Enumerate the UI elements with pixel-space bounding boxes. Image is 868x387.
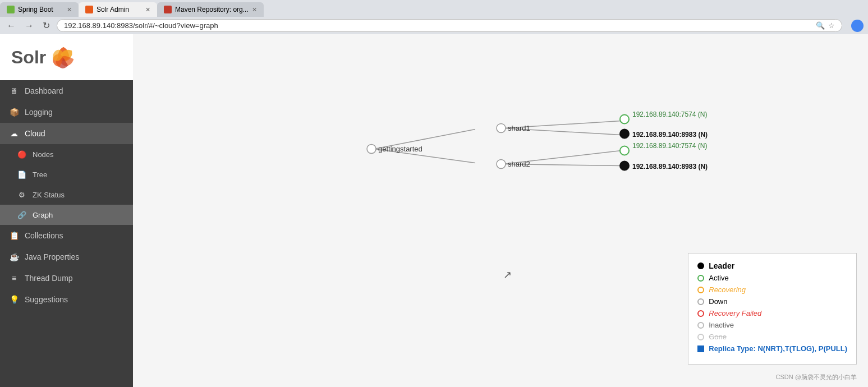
svg-point-7	[497, 124, 506, 133]
legend-active-dot	[697, 275, 704, 282]
sidebar-label-zk: ZK Status	[33, 191, 65, 199]
tab-maven[interactable]: Maven Repository: org... ✕	[157, 2, 264, 17]
sidebar-label-suggestions: Suggestions	[25, 295, 68, 304]
main-content: gettingstarted shard1 shard2 192.168.89.…	[133, 34, 868, 387]
tab-solr-label: Solr Admin	[97, 6, 129, 13]
sidebar-item-tree[interactable]: 📄 Tree	[0, 164, 133, 185]
tab-spring-boot[interactable]: Spring Boot ✕	[0, 2, 79, 17]
legend-recovering-dot	[697, 287, 704, 293]
legend-recovery-failed: Recovery Failed	[697, 309, 847, 317]
sidebar-item-logging[interactable]: 📦 Logging	[0, 102, 133, 123]
shard1-leader-label: 192.168.89.140:8983 (N)	[632, 131, 708, 139]
sidebar-item-collections[interactable]: 📋 Collections	[0, 225, 133, 246]
legend-down-dot	[697, 298, 704, 305]
sidebar-label-thread: Thread Dump	[25, 274, 73, 283]
url-bar[interactable]: 192.168.89.140:8983/solr/#/~cloud?view=g…	[57, 19, 842, 32]
search-icon[interactable]: 🔍	[816, 21, 825, 30]
legend-inactive: Inactive	[697, 321, 847, 329]
legend-replica-square	[697, 345, 704, 352]
url-text: 192.168.89.140:8983/solr/#/~cloud?view=g…	[64, 21, 218, 30]
legend-inactive-label: Inactive	[709, 321, 734, 329]
shard2-leader-label: 192.168.89.140:8983 (N)	[632, 163, 708, 171]
bookmark-icon[interactable]: ☆	[828, 21, 835, 30]
sidebar-item-zk-status[interactable]: ⚙ ZK Status	[0, 185, 133, 205]
maven-favicon	[164, 6, 172, 13]
collection-label: gettingstarted	[378, 145, 422, 153]
watermark: CSDN @脑袋不灵光的小白羊	[776, 373, 857, 381]
forward-button[interactable]: →	[22, 20, 36, 32]
svg-point-10	[620, 130, 629, 139]
tab-spring-label: Spring Boot	[18, 6, 53, 13]
sidebar-label-tree: Tree	[33, 171, 47, 179]
svg-point-11	[620, 146, 629, 155]
browser-chrome: Spring Boot ✕ Solr Admin ✕ Maven Reposit…	[0, 0, 868, 34]
legend-down: Down	[697, 297, 847, 306]
legend-replica-label: Replica Type: N(NRT),T(TLOG), P(PULL)	[709, 344, 847, 353]
sidebar-item-java-properties[interactable]: ☕ Java Properties	[0, 246, 133, 268]
sidebar-label-logging: Logging	[25, 108, 53, 117]
zk-icon: ⚙	[17, 190, 27, 200]
tab-solr-admin[interactable]: Solr Admin ✕	[79, 2, 157, 17]
sidebar-item-dashboard[interactable]: 🖥 Dashboard	[0, 80, 133, 102]
tab-maven-close[interactable]: ✕	[252, 6, 257, 13]
legend-leader-label: Leader	[709, 261, 734, 270]
legend-recovery-failed-dot	[697, 310, 704, 317]
legend-gone-label: Gone	[709, 333, 727, 341]
sidebar-item-thread-dump[interactable]: ≡ Thread Dump	[0, 268, 133, 289]
legend-active-label: Active	[709, 274, 728, 282]
legend-recovering: Recovering	[697, 285, 847, 294]
legend-gone: Gone	[697, 333, 847, 341]
sidebar-label-dashboard: Dashboard	[25, 86, 63, 95]
legend-recovering-label: Recovering	[709, 285, 746, 294]
legend-active: Active	[697, 274, 847, 282]
refresh-button[interactable]: ↻	[40, 19, 52, 32]
cloud-icon: ☁	[9, 128, 19, 139]
legend-inactive-dot	[697, 322, 704, 329]
sidebar-label-collections: Collections	[25, 231, 63, 240]
tree-icon: 📄	[17, 169, 27, 179]
legend: Leader Active Recovering Down Recovery F…	[688, 253, 857, 365]
sidebar-label-java: Java Properties	[25, 252, 79, 261]
spring-favicon	[7, 6, 15, 13]
sidebar-label-nodes: Nodes	[33, 150, 54, 159]
graph-icon: 🔗	[17, 210, 27, 220]
svg-point-12	[620, 162, 629, 171]
sidebar-item-graph[interactable]: 🔗 Graph	[0, 205, 133, 225]
collections-icon: 📋	[9, 231, 19, 241]
sidebar-item-nodes[interactable]: 🔴 Nodes	[0, 144, 133, 164]
dashboard-icon: 🖥	[9, 86, 19, 96]
solr-favicon	[85, 6, 93, 13]
shard2-replica-label: 192.168.89.140:7574 (N)	[632, 142, 707, 150]
sidebar-label-graph: Graph	[33, 211, 53, 219]
url-icons: 🔍 ☆	[816, 21, 835, 30]
cursor-indicator: ↗	[503, 269, 512, 280]
legend-leader: Leader	[697, 261, 847, 270]
tab-solr-close[interactable]: ✕	[145, 6, 150, 13]
nodes-icon: 🔴	[17, 149, 27, 159]
sidebar: Solr 🖥 Dashboard 📦 Logging	[0, 34, 133, 387]
shard2-label: shard2	[508, 160, 530, 168]
svg-point-9	[620, 115, 629, 124]
logo-text: Solr	[11, 47, 46, 68]
legend-down-label: Down	[709, 297, 727, 306]
java-icon: ☕	[9, 252, 19, 262]
profile-icon[interactable]	[851, 20, 864, 32]
logging-icon: 📦	[9, 107, 19, 117]
thread-icon: ≡	[9, 273, 19, 283]
legend-gone-dot	[697, 334, 704, 340]
sidebar-label-cloud: Cloud	[25, 129, 45, 138]
address-bar: ← → ↻ 192.168.89.140:8983/solr/#/~cloud?…	[0, 17, 868, 34]
suggestions-icon: 💡	[9, 294, 19, 305]
graph-area[interactable]: gettingstarted shard1 shard2 192.168.89.…	[133, 34, 868, 387]
legend-recovery-failed-label: Recovery Failed	[709, 309, 761, 317]
svg-point-6	[367, 145, 376, 154]
legend-leader-dot	[697, 262, 704, 269]
sidebar-item-cloud[interactable]: ☁ Cloud	[0, 123, 133, 144]
app-container: Solr 🖥 Dashboard 📦 Logging	[0, 34, 868, 387]
logo-area: Solr	[0, 34, 133, 80]
svg-point-8	[497, 160, 506, 169]
back-button[interactable]: ←	[4, 20, 18, 32]
tab-bar: Spring Boot ✕ Solr Admin ✕ Maven Reposit…	[0, 0, 868, 17]
sidebar-item-suggestions[interactable]: 💡 Suggestions	[0, 289, 133, 310]
tab-spring-close[interactable]: ✕	[67, 6, 72, 13]
